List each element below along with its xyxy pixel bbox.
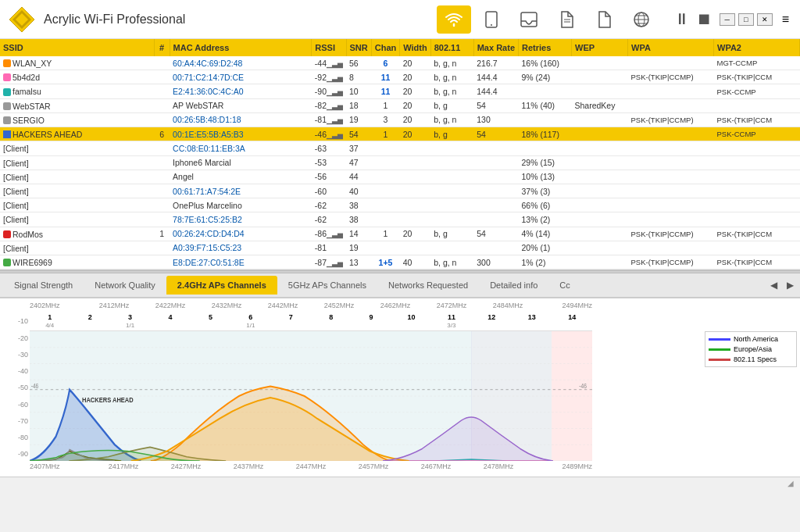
cell-chan: 1 — [371, 127, 400, 141]
col-mac: MAC Address — [170, 39, 312, 56]
cell-num — [154, 70, 170, 84]
cell-wep — [572, 198, 628, 212]
cell-mac: 00:71:C2:14:7D:CE — [170, 70, 312, 84]
resize-handle[interactable]: ◢ — [788, 479, 794, 487]
tab-next-btn[interactable]: ▶ — [784, 278, 797, 292]
cell-rssi: -81▁▃▅ — [312, 112, 346, 127]
table-row[interactable]: [Client] 78:7E:61:C5:25:B2 -62 38 13% (2… — [0, 212, 800, 227]
inbox-toolbar-btn[interactable] — [512, 5, 546, 34]
table-row[interactable]: [Client] Angel -56 44 10% (13) — [0, 170, 800, 184]
cell-width: 20 — [400, 70, 430, 84]
network-dot — [3, 130, 11, 138]
chan-11-label: 113/3 — [431, 313, 471, 329]
mhz-label-2402: 2402MHz — [30, 302, 86, 312]
wifi-toolbar-btn[interactable] — [437, 5, 471, 34]
cell-ssid: RodMos — [0, 227, 154, 241]
minimize-btn[interactable]: ─ — [720, 13, 735, 26]
cell-ssid: [Client] — [0, 198, 154, 212]
mhz-bottom-2437: 2437MHz — [217, 462, 280, 473]
document-icon — [559, 11, 573, 28]
col-snr: SNR — [346, 39, 371, 56]
signal-bars: ▁▃▅ — [327, 131, 343, 139]
cell-snr: 44 — [346, 170, 371, 184]
tab-networks-requested[interactable]: Networks Requested — [377, 276, 479, 295]
table-row[interactable]: HACKERS AHEAD 6 00:1E:E5:5B:A5:B3 -46▁▃▅… — [0, 127, 800, 141]
cell-wpa: PSK-(TKIP|CCMP) — [628, 70, 714, 84]
window-controls: ─ □ ✕ — [720, 13, 773, 26]
table-row[interactable]: [Client] CC:08:E0:11:EB:3A -63 37 — [0, 141, 800, 155]
cell-wep: SharedKey — [572, 98, 628, 112]
legend-label-80211: 802.11 Specs — [734, 355, 777, 363]
cell-retries: 1% (2) — [519, 255, 572, 270]
cell-wep — [572, 227, 628, 241]
cell-num — [154, 56, 170, 70]
cell-snr: 14 — [346, 227, 371, 241]
table-row[interactable]: SERGIO 00:26:5B:48:D1:18 -81▁▃▅ 19 3 20 … — [0, 112, 800, 127]
tab-signal-strength[interactable]: Signal Strength — [3, 276, 84, 295]
table-row[interactable]: [Client] A0:39:F7:15:C5:23 -81 19 20% (1… — [0, 241, 800, 255]
cell-80211 — [430, 198, 473, 212]
table-row[interactable]: [Client] Iphone6 Marcial -53 47 29% (15) — [0, 155, 800, 170]
file-toolbar-btn[interactable] — [587, 5, 621, 34]
cell-ssid: [Client] — [0, 170, 154, 184]
table-row[interactable]: [Client] 00:61:71:A7:54:2E -60 40 37% (3… — [0, 184, 800, 198]
cell-ssid: HACKERS AHEAD — [0, 127, 154, 141]
maximize-btn[interactable]: □ — [738, 13, 754, 26]
cell-width — [400, 198, 430, 212]
table-row[interactable]: WLAN_XY 60:A4:4C:69:D2:48 -44▁▃▅ 56 6 20… — [0, 56, 800, 70]
cell-snr: 13 — [346, 255, 371, 270]
tablet-toolbar-btn[interactable] — [474, 5, 509, 34]
table-row[interactable]: [Client] OnePlus Marcelino -62 38 66% (6… — [0, 198, 800, 212]
chan-4-label: 4 — [150, 313, 190, 321]
cell-mac: E2:41:36:0C:4C:A0 — [170, 84, 312, 98]
pause-btn[interactable]: ⏸ — [674, 10, 690, 28]
col-num: # — [154, 39, 170, 56]
hamburger-menu-btn[interactable]: ≡ — [779, 9, 792, 30]
table-row[interactable]: 5b4d2d 00:71:C2:14:7D:CE -92▁▃▅ 8 11 20 … — [0, 70, 800, 84]
cell-width: 20 — [400, 98, 430, 112]
cell-chan — [371, 198, 400, 212]
cell-wep — [572, 84, 628, 98]
tab-5ghz-channels[interactable]: 5GHz APs Channels — [277, 276, 377, 295]
table-row[interactable]: RodMos 1 00:26:24:CD:D4:D4 -86▁▃▅ 14 1 2… — [0, 227, 800, 241]
cell-wep — [572, 56, 628, 70]
cell-snr: 38 — [346, 212, 371, 227]
tablet-icon — [484, 11, 498, 28]
cell-rssi: -87▁▃▅ — [312, 255, 346, 270]
inbox-icon — [520, 12, 538, 27]
cell-chan — [371, 170, 400, 184]
cell-maxrate — [473, 170, 518, 184]
table-row[interactable]: WIRE6969 E8:DE:27:C0:51:8E -87▁▃▅ 13 1+5… — [0, 255, 800, 270]
y-label-60: -60 — [0, 401, 28, 409]
orange-network-curve — [131, 398, 409, 461]
table-row[interactable]: famalsu E2:41:36:0C:4C:A0 -90▁▃▅ 10 11 2… — [0, 84, 800, 98]
cell-wpa2: PSK-CCMP — [714, 84, 800, 98]
globe-toolbar-btn[interactable] — [624, 5, 659, 34]
tab-network-quality[interactable]: Network Quality — [84, 276, 166, 295]
cell-ssid: [Client] — [0, 155, 154, 170]
col-ssid: SSID — [0, 39, 154, 56]
tab-prev-btn[interactable]: ◀ — [767, 278, 780, 292]
tab-2ghz-channels[interactable]: 2.4GHz APs Channels — [166, 276, 277, 295]
tab-cc[interactable]: Cc — [548, 276, 580, 295]
network-dot — [3, 102, 11, 110]
mhz-label-2484: 2484MHz — [480, 302, 536, 312]
tab-detailed-info[interactable]: Detailed info — [479, 276, 548, 295]
cell-retries: 37% (3) — [519, 184, 572, 198]
cell-maxrate: 300 — [473, 255, 518, 270]
cell-width: 20 — [400, 127, 430, 141]
document-toolbar-btn[interactable] — [549, 5, 584, 34]
cell-mac: E8:DE:27:C0:51:8E — [170, 255, 312, 270]
close-btn[interactable]: ✕ — [757, 13, 773, 26]
chan-2-label: 2 — [70, 313, 109, 321]
network-dot — [3, 259, 11, 266]
globe-icon — [633, 11, 650, 28]
mhz-bottom-2489: 2489MHz — [530, 462, 592, 473]
cell-retries: 20% (1) — [519, 241, 572, 255]
cell-retries: 29% (15) — [519, 155, 572, 170]
stop-btn[interactable]: ⏹ — [696, 10, 712, 28]
table-row[interactable]: WebSTAR AP WebSTAR -82▁▃▅ 18 1 20 b, g 5… — [0, 98, 800, 112]
legend-line-80211 — [709, 359, 730, 361]
mhz-label-2472: 2472MHz — [423, 302, 480, 312]
rssi-label-right: -46 — [579, 382, 587, 390]
